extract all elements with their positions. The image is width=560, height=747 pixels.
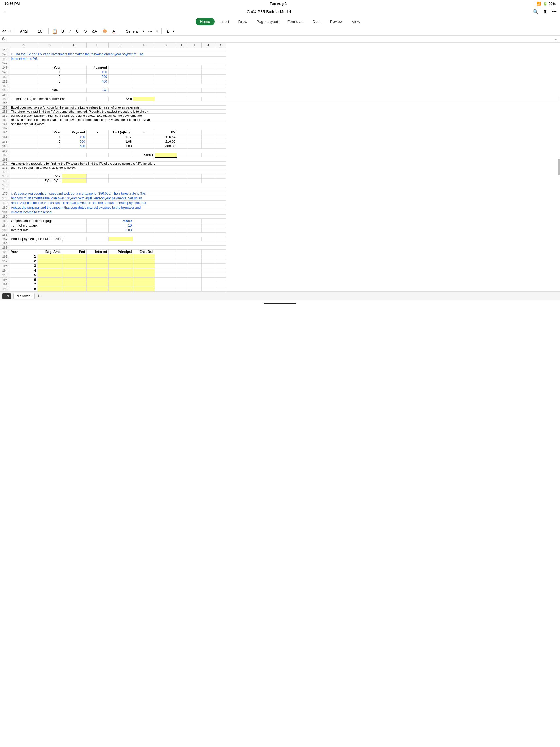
cell-E155[interactable] xyxy=(133,97,155,101)
cell-D198[interactable] xyxy=(86,287,108,291)
cell-C165[interactable]: 200 xyxy=(62,139,86,144)
cell-K166[interactable] xyxy=(215,144,226,149)
cell-B153[interactable]: Rate = xyxy=(37,88,62,93)
cell-G187[interactable] xyxy=(155,237,177,241)
col-header-B[interactable]: B xyxy=(37,43,62,48)
cell-H192[interactable] xyxy=(177,259,187,264)
cell-F148[interactable] xyxy=(133,66,155,70)
cell-J151[interactable] xyxy=(201,79,215,84)
cell-A194[interactable]: 4 xyxy=(10,268,37,273)
cell-D166[interactable] xyxy=(86,144,108,149)
cell-I183[interactable] xyxy=(187,219,201,223)
cell-A150[interactable] xyxy=(10,75,37,79)
formula-expand-icon[interactable]: ⌄ xyxy=(554,36,558,42)
cell-G163[interactable]: FV xyxy=(155,130,177,135)
cell-A174[interactable] xyxy=(10,179,37,183)
more-formats-button[interactable]: ••• xyxy=(147,28,154,34)
cell-188-empty[interactable] xyxy=(10,241,226,246)
cell-I148[interactable] xyxy=(187,66,201,70)
cell-182-empty[interactable] xyxy=(10,215,226,219)
cell-K163[interactable] xyxy=(215,130,226,135)
cell-A171[interactable]: then compound that amount, as is done be… xyxy=(10,166,226,170)
cell-E168[interactable] xyxy=(108,153,133,157)
cell-152-empty[interactable] xyxy=(10,84,226,88)
cell-B168[interactable] xyxy=(37,153,62,157)
col-header-D[interactable]: D xyxy=(86,43,108,48)
cell-J164[interactable] xyxy=(201,135,215,139)
cell-I191[interactable] xyxy=(187,254,201,259)
tab-page-layout[interactable]: Page Layout xyxy=(252,18,282,25)
cell-B148[interactable]: Year xyxy=(37,66,62,70)
cell-D155[interactable] xyxy=(86,97,108,101)
cell-J193[interactable] xyxy=(201,264,215,268)
cell-J168[interactable] xyxy=(201,153,215,157)
format-number[interactable]: General xyxy=(124,29,141,34)
cell-D151[interactable]: 400 xyxy=(86,79,108,84)
cell-H184[interactable] xyxy=(177,223,187,228)
cell-G184[interactable] xyxy=(155,223,177,228)
cell-A177[interactable]: j. Suppose you bought a house and took o… xyxy=(10,191,226,196)
cell-F196[interactable] xyxy=(133,278,155,282)
sheet-tab[interactable]: d a Model xyxy=(14,293,35,300)
cell-175-empty[interactable] xyxy=(10,183,226,187)
cell-G149[interactable] xyxy=(155,70,177,75)
cell-H195[interactable] xyxy=(177,273,187,278)
cell-C148[interactable] xyxy=(62,66,86,70)
cell-A153[interactable] xyxy=(10,88,37,93)
cell-C166[interactable]: 400 xyxy=(62,144,86,149)
cell-176-empty[interactable] xyxy=(10,187,226,191)
cell-A193[interactable]: 3 xyxy=(10,264,37,268)
cell-J183[interactable] xyxy=(201,219,215,223)
highlight-button[interactable]: 🎨 xyxy=(101,28,109,34)
cell-167-empty[interactable] xyxy=(10,149,226,153)
cell-A157[interactable]: Excel does not have a function for the s… xyxy=(10,106,226,110)
redo-button[interactable]: ↪ xyxy=(7,28,11,34)
cell-F150[interactable] xyxy=(133,75,155,79)
tab-data[interactable]: Data xyxy=(308,18,325,25)
cell-A155[interactable]: To find the PV, use the NPV function: xyxy=(10,97,86,101)
cell-H168[interactable] xyxy=(177,153,187,157)
cell-J163[interactable] xyxy=(201,130,215,135)
cell-E149[interactable] xyxy=(108,70,133,75)
cell-J195[interactable] xyxy=(201,273,215,278)
cell-I195[interactable] xyxy=(187,273,201,278)
share-icon[interactable]: ⬆ xyxy=(543,9,547,15)
cell-K190[interactable] xyxy=(215,250,226,254)
cell-J185[interactable] xyxy=(201,228,215,233)
cell-C192[interactable] xyxy=(62,259,86,264)
tab-draw[interactable]: Draw xyxy=(234,18,252,25)
cell-K153[interactable] xyxy=(215,88,226,93)
cell-A179[interactable]: amortization schedule that shows the ann… xyxy=(10,201,226,205)
cell-A168[interactable] xyxy=(10,153,37,157)
cell-A183[interactable]: Original amount of mortgage: xyxy=(10,219,86,223)
cell-F173[interactable] xyxy=(133,174,155,179)
case-button[interactable]: aA xyxy=(91,28,98,34)
cell-J153[interactable] xyxy=(201,88,215,93)
cell-I164[interactable] xyxy=(187,135,201,139)
tab-review[interactable]: Review xyxy=(326,18,347,25)
cell-B197[interactable] xyxy=(37,282,62,287)
cell-A197[interactable]: 7 xyxy=(10,282,37,287)
cell-G153[interactable] xyxy=(155,88,177,93)
cell-I197[interactable] xyxy=(187,282,201,287)
cell-C193[interactable] xyxy=(62,264,86,268)
cell-B190[interactable]: Beg. Amt. xyxy=(37,250,62,254)
cell-B192[interactable] xyxy=(37,259,62,264)
cell-D183[interactable] xyxy=(86,219,108,223)
cell-I150[interactable] xyxy=(187,75,201,79)
back-button[interactable]: ‹ xyxy=(3,8,5,15)
cell-E183[interactable]: 50000 xyxy=(108,219,133,223)
cell-F194[interactable] xyxy=(133,268,155,273)
cell-D148[interactable]: Payment xyxy=(86,66,108,70)
cell-K183[interactable] xyxy=(215,219,226,223)
cell-A159[interactable]: compound each payment, then sum them, as… xyxy=(10,114,226,118)
cell-D184[interactable] xyxy=(86,223,108,228)
cell-J194[interactable] xyxy=(201,268,215,273)
tab-formulas[interactable]: Formulas xyxy=(283,18,308,25)
cell-A146[interactable]: interest rate is 8%. xyxy=(10,57,226,61)
cell-J197[interactable] xyxy=(201,282,215,287)
cell-H197[interactable] xyxy=(177,282,187,287)
cell-A148[interactable] xyxy=(10,66,37,70)
cell-C153[interactable] xyxy=(62,88,86,93)
more-icon[interactable]: ••• xyxy=(552,9,557,15)
